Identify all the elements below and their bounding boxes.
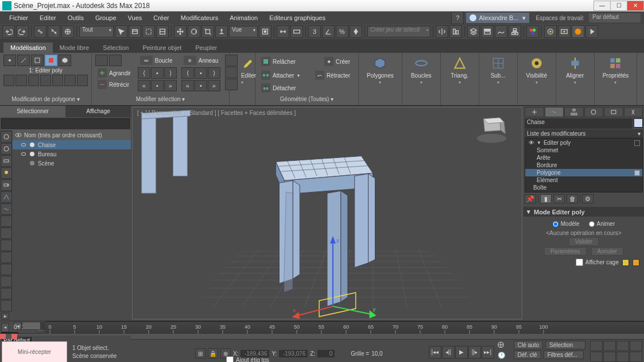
- tab-modelisation[interactable]: Modélisation: [3, 43, 53, 53]
- tab-selection[interactable]: Sélection: [96, 43, 135, 53]
- tool-d[interactable]: [1, 252, 12, 263]
- unlink-button[interactable]: [48, 25, 60, 38]
- shrink-button[interactable]: Rétrécir: [95, 79, 133, 90]
- sub-element[interactable]: Elément: [525, 176, 642, 184]
- auto-key-button[interactable]: Clé auto: [514, 341, 543, 349]
- visibility-button[interactable]: Visibilité: [521, 55, 552, 80]
- tab-peinture[interactable]: Peinture objet: [135, 43, 188, 53]
- z-value[interactable]: 0: [317, 350, 335, 357]
- selection-set[interactable]: Sélection: [545, 341, 585, 349]
- menu-animation[interactable]: Animation: [224, 11, 263, 24]
- snap-toggle-button[interactable]: 3: [308, 25, 321, 38]
- align-big-button[interactable]: Aligner: [560, 55, 591, 80]
- cmd-display[interactable]: [604, 107, 623, 117]
- select-region-button[interactable]: [142, 25, 155, 38]
- tool-cam[interactable]: [1, 179, 12, 191]
- subobj-border[interactable]: [31, 55, 44, 66]
- make-unique[interactable]: ✂: [553, 194, 565, 203]
- scene-header[interactable]: Nom (triés par ordre croissant): [13, 130, 131, 140]
- afficher-cage-checkbox[interactable]: Afficher cage: [576, 259, 619, 266]
- pan-button[interactable]: [590, 341, 603, 351]
- valider-button[interactable]: Valider: [569, 237, 599, 246]
- mini-listener[interactable]: Mini-récepter: [2, 341, 67, 362]
- polygons-button[interactable]: Polygones: [362, 55, 398, 80]
- tool-select[interactable]: [1, 131, 12, 143]
- tool-b[interactable]: [1, 228, 12, 239]
- isolate-button[interactable]: ⊞: [195, 348, 205, 359]
- tool-light[interactable]: [1, 167, 12, 179]
- menu-fichier[interactable]: Fichier: [3, 11, 34, 24]
- selection-filter[interactable]: Tout: [79, 26, 114, 37]
- loop-ll[interactable]: «: [138, 80, 150, 91]
- menu-editer[interactable]: Editer: [34, 11, 62, 24]
- tab-peupler[interactable]: Peupler: [188, 43, 224, 53]
- group-modpoly[interactable]: Modification de polygone ▾: [3, 95, 88, 103]
- radio-animer[interactable]: Animer: [589, 221, 615, 227]
- radio-modele[interactable]: Modèle: [553, 221, 580, 227]
- tool-filter[interactable]: [1, 143, 12, 155]
- zoom-button[interactable]: [603, 341, 616, 351]
- manipulate-button[interactable]: [277, 25, 289, 38]
- loop-button[interactable]: ═Boucle: [138, 55, 177, 66]
- subdivision-button[interactable]: Sub...: [483, 55, 514, 80]
- scene-item-bureau[interactable]: Bureau: [13, 149, 131, 159]
- pin-stack[interactable]: 📌: [525, 194, 536, 203]
- sub-bordure[interactable]: Bordure: [525, 161, 642, 169]
- rotate-button[interactable]: [188, 25, 200, 38]
- object-color-swatch[interactable]: [634, 118, 643, 128]
- ring-cc[interactable]: •: [195, 80, 207, 91]
- cmd-modify[interactable]: [545, 107, 564, 117]
- loop-l[interactable]: ⟨: [138, 67, 150, 79]
- ring-button[interactable]: ≡Anneau: [181, 55, 220, 66]
- preview-button[interactable]: [95, 55, 108, 66]
- schematic-button[interactable]: [509, 25, 521, 38]
- add-timetag-cb[interactable]: [226, 356, 234, 363]
- sub-polygone[interactable]: Polygone: [525, 169, 642, 176]
- redo-button[interactable]: [16, 25, 29, 38]
- zoom-ext-button[interactable]: [590, 352, 603, 362]
- help-icon[interactable]: ?: [451, 11, 464, 24]
- tool-f[interactable]: [1, 276, 12, 287]
- scene-item-scene[interactable]: Scène: [13, 159, 131, 168]
- loops-button[interactable]: Boucles: [406, 55, 437, 80]
- keyboard-button[interactable]: [290, 25, 303, 38]
- viewport[interactable]: [ + ] [ Perspective ] [ Standard ] [ Fac…: [132, 107, 522, 319]
- curve-editor-button[interactable]: [495, 25, 507, 38]
- subobj-vertex[interactable]: [3, 55, 16, 66]
- next-mod-button[interactable]: [28, 75, 39, 86]
- annuler-button[interactable]: Annuler: [591, 247, 623, 256]
- properties-button[interactable]: Propriétés: [598, 55, 634, 80]
- close-button[interactable]: ✕: [627, 1, 644, 11]
- menu-vues[interactable]: Vues: [122, 11, 148, 24]
- base-object[interactable]: Boîte: [525, 184, 642, 191]
- playhead-button[interactable]: ▸: [1, 313, 9, 319]
- tool-h[interactable]: [1, 300, 12, 311]
- cmd-hierarchy[interactable]: [564, 107, 584, 117]
- user-account[interactable]: Alexandre B...▾: [466, 13, 529, 23]
- prev-frame[interactable]: ◂||: [442, 346, 455, 359]
- prev-mod-button[interactable]: [15, 75, 26, 86]
- tool-display[interactable]: [1, 155, 12, 167]
- window-crossing-button[interactable]: [156, 25, 169, 38]
- zoom-all-button[interactable]: [630, 341, 642, 351]
- tool-helper[interactable]: [1, 191, 12, 203]
- lock-sel-button[interactable]: 🔒: [208, 348, 218, 359]
- angle-snap-button[interactable]: [322, 25, 335, 38]
- cage-color-2[interactable]: [633, 259, 639, 266]
- menu-creer[interactable]: Créer: [148, 11, 175, 24]
- cmd-utils[interactable]: [624, 107, 643, 117]
- render-online-button[interactable]: [585, 25, 598, 38]
- rollout-mode-editpoly[interactable]: ▾Mode Editer poly: [523, 207, 644, 217]
- tool-e[interactable]: [1, 264, 12, 275]
- goto-end[interactable]: ▸▸|: [482, 346, 494, 359]
- group-geom[interactable]: Géométrie (Toutes) ▾: [259, 95, 355, 103]
- render-frame-button[interactable]: [558, 25, 571, 38]
- show-end[interactable]: ▮: [540, 194, 552, 203]
- tool-warp[interactable]: [1, 203, 12, 215]
- spinner-snap-button[interactable]: [350, 25, 362, 38]
- link-button[interactable]: [34, 25, 46, 38]
- layers-button[interactable]: [467, 25, 480, 38]
- scene-tab-display[interactable]: Affichage: [65, 106, 131, 117]
- pin-button[interactable]: [40, 75, 51, 86]
- time-cfg[interactable]: 🕐: [498, 352, 510, 362]
